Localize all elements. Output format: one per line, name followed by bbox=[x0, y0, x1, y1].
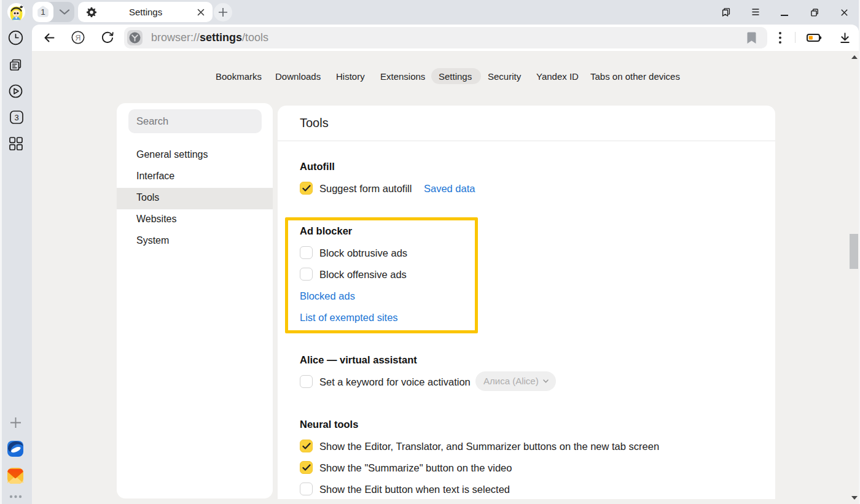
svg-text:Я: Я bbox=[75, 34, 80, 42]
svg-text:3: 3 bbox=[14, 113, 18, 122]
svg-text:1: 1 bbox=[41, 7, 45, 17]
